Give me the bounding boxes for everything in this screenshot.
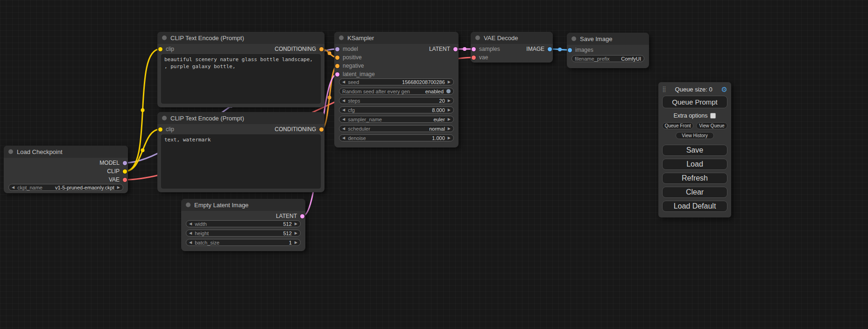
settings-gear-icon[interactable]: ⚙ <box>721 86 727 93</box>
node-title-bar[interactable]: CLIP Text Encode (Prompt) <box>157 112 325 124</box>
widget-name: steps <box>348 98 360 104</box>
node-title-bar[interactable]: CLIP Text Encode (Prompt) <box>157 32 325 44</box>
queue-front-button[interactable]: Queue Front <box>662 122 693 129</box>
extra-options-checkbox[interactable] <box>710 113 716 119</box>
node-title-bar[interactable]: KSampler <box>334 32 459 44</box>
slot-dot-model[interactable] <box>335 47 339 51</box>
collapse-dot-icon[interactable] <box>572 36 576 41</box>
decrement-arrow-icon[interactable]: ◀ <box>342 99 345 103</box>
decrement-arrow-icon[interactable]: ◀ <box>342 80 345 84</box>
increment-arrow-icon[interactable]: ▶ <box>448 118 451 121</box>
widget-ckpt-name[interactable]: ◀ ckpt_name v1-5-pruned-emaonly.ckpt ▶ <box>8 184 123 191</box>
node-save-image[interactable]: Save Image images filename_prefix ComfyU… <box>567 33 649 68</box>
widget-random-seed-toggle[interactable]: Random seed after every gen enabled <box>339 88 454 95</box>
load-button[interactable]: Load <box>662 159 727 170</box>
input-label: positive <box>343 54 362 61</box>
decrement-arrow-icon[interactable]: ◀ <box>342 136 345 140</box>
input-slot-images: images <box>567 47 593 53</box>
decrement-arrow-icon[interactable]: ◀ <box>12 186 14 189</box>
collapse-dot-icon[interactable] <box>339 35 344 40</box>
node-empty-latent-image[interactable]: Empty Latent Image LATENT ◀ width 512 ▶ … <box>181 199 305 251</box>
slot-dot-latent[interactable] <box>453 47 458 51</box>
node-ksampler[interactable]: KSampler model LATENT positive negative <box>334 32 459 147</box>
view-queue-button[interactable]: View Queue <box>696 122 727 129</box>
node-vae-decode[interactable]: VAE Decode samples IMAGE vae <box>471 32 553 63</box>
link-dot[interactable] <box>558 48 562 51</box>
collapse-dot-icon[interactable] <box>162 116 167 120</box>
increment-arrow-icon[interactable]: ▶ <box>295 222 297 226</box>
save-button[interactable]: Save <box>662 145 727 156</box>
slot-dot-latent[interactable] <box>300 214 304 218</box>
node-title-bar[interactable]: Load Checkpoint <box>4 146 128 158</box>
decrement-arrow-icon[interactable]: ◀ <box>189 241 192 245</box>
widget-filename-prefix[interactable]: filename_prefix ComfyUI <box>572 55 644 62</box>
link-dot[interactable] <box>141 148 145 152</box>
slot-dot-clip[interactable] <box>158 127 162 132</box>
widget-denoise[interactable]: ◀ denoise 1.000 ▶ <box>339 134 454 141</box>
widget-steps[interactable]: ◀ steps 20 ▶ <box>339 97 454 104</box>
queue-prompt-button[interactable]: Queue Prompt <box>662 96 727 108</box>
widget-value: euler <box>433 117 445 122</box>
node-title-bar[interactable]: VAE Decode <box>471 32 553 44</box>
prompt-textarea[interactable]: text, watermark <box>161 134 321 189</box>
view-history-button[interactable]: View History <box>676 132 713 139</box>
node-title-bar[interactable]: Save Image <box>567 33 649 45</box>
widget-name: sampler_name <box>348 117 382 122</box>
link-dot[interactable] <box>463 47 466 51</box>
increment-arrow-icon[interactable]: ▶ <box>448 99 451 103</box>
slot-dot-vae[interactable] <box>123 178 127 182</box>
link-dot[interactable] <box>141 108 145 112</box>
widget-width[interactable]: ◀ width 512 ▶ <box>186 220 301 227</box>
increment-arrow-icon[interactable]: ▶ <box>117 186 120 189</box>
decrement-arrow-icon[interactable]: ◀ <box>342 108 345 112</box>
increment-arrow-icon[interactable]: ▶ <box>448 80 451 84</box>
node-load-checkpoint[interactable]: Load Checkpoint MODEL CLIP VAE ◀ ckpt_na… <box>4 146 128 193</box>
slot-dot-clip[interactable] <box>123 169 127 174</box>
widget-height[interactable]: ◀ height 512 ▶ <box>186 230 301 237</box>
slot-dot-conditioning[interactable] <box>319 127 324 132</box>
slot-dot-conditioning[interactable] <box>335 64 339 68</box>
slot-dot-conditioning[interactable] <box>335 56 339 60</box>
decrement-arrow-icon[interactable]: ◀ <box>342 118 345 121</box>
input-label: model <box>343 46 358 52</box>
increment-arrow-icon[interactable]: ▶ <box>448 127 451 131</box>
menu-drag-handle-icon[interactable]: ⣿ <box>662 86 666 92</box>
widget-scheduler[interactable]: ◀ scheduler normal ▶ <box>339 125 454 132</box>
widget-batch-size[interactable]: ◀ batch_size 1 ▶ <box>186 239 301 246</box>
widget-value: normal <box>429 126 445 132</box>
widget-sampler-name[interactable]: ◀ sampler_name euler ▶ <box>339 116 454 123</box>
slot-dot-latent[interactable] <box>335 72 339 77</box>
prompt-textarea[interactable]: beautiful scenery nature glass bottle la… <box>161 54 321 104</box>
node-title-bar[interactable]: Empty Latent Image <box>181 199 305 211</box>
collapse-dot-icon[interactable] <box>475 35 480 40</box>
widget-seed[interactable]: ◀ seed 156680208700286 ▶ <box>339 78 454 85</box>
clear-button[interactable]: Clear <box>662 187 727 198</box>
slot-dot-model[interactable] <box>123 161 127 165</box>
decrement-arrow-icon[interactable]: ◀ <box>189 231 192 235</box>
slot-dot-conditioning[interactable] <box>319 47 324 51</box>
collapse-dot-icon[interactable] <box>162 35 167 40</box>
refresh-button[interactable]: Refresh <box>662 173 727 184</box>
slot-dot-clip[interactable] <box>158 47 162 51</box>
increment-arrow-icon[interactable]: ▶ <box>448 136 451 140</box>
increment-arrow-icon[interactable]: ▶ <box>295 231 297 235</box>
decrement-arrow-icon[interactable]: ◀ <box>189 222 192 226</box>
node-clip-text-encode-negative[interactable]: CLIP Text Encode (Prompt) clip CONDITION… <box>157 112 325 192</box>
slot-dot-image[interactable] <box>568 48 572 52</box>
output-label: CONDITIONING <box>275 126 316 133</box>
increment-arrow-icon[interactable]: ▶ <box>295 241 297 245</box>
decrement-arrow-icon[interactable]: ◀ <box>342 127 345 131</box>
slot-dot-latent[interactable] <box>472 47 476 51</box>
collapse-dot-icon[interactable] <box>8 149 13 154</box>
slot-dot-image[interactable] <box>548 47 552 51</box>
widget-cfg[interactable]: ◀ cfg 8.000 ▶ <box>339 106 454 113</box>
load-default-button[interactable]: Load Default <box>662 201 727 212</box>
link-dot[interactable] <box>328 51 332 55</box>
collapse-dot-icon[interactable] <box>186 203 191 207</box>
slot-dot-vae[interactable] <box>472 56 476 60</box>
input-slot-vae: vae <box>471 54 488 61</box>
toggle-on-icon[interactable] <box>446 89 451 93</box>
node-clip-text-encode-positive[interactable]: CLIP Text Encode (Prompt) clip CONDITION… <box>157 32 325 107</box>
increment-arrow-icon[interactable]: ▶ <box>448 108 451 112</box>
link-dot[interactable] <box>328 96 332 99</box>
